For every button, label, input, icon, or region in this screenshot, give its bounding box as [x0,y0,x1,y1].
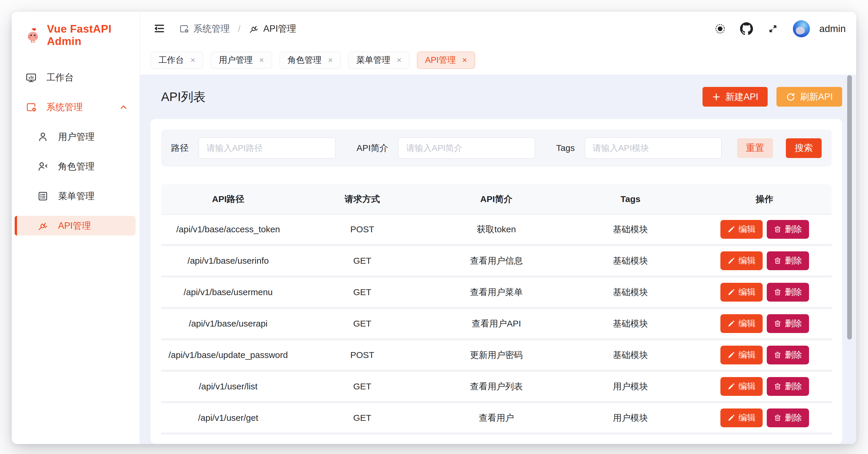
theme-toggle-sun-icon[interactable] [714,22,726,35]
logo: Vue FastAPI Admin [12,12,140,48]
edit-button[interactable]: 编辑 [720,408,763,427]
pencil-icon [727,226,735,233]
cell-method: POST [295,350,429,360]
app-window: Vue FastAPI Admin 工作台 [12,12,856,444]
cell-method: POST [295,224,429,234]
cell-path: /api/v1/user/get [161,413,295,423]
edit-button[interactable]: 编辑 [720,251,763,270]
edit-button[interactable]: 编辑 [720,220,763,239]
sidebar-item-workbench[interactable]: 工作台 [15,67,135,87]
user-icon [37,131,49,143]
cell-method: GET [295,413,429,423]
user-role-icon [37,161,49,172]
create-api-button[interactable]: 新建API [703,87,768,107]
breadcrumb: 系统管理 / API管理 [179,23,296,35]
trash-icon [774,320,781,328]
sidebar-item-label: 角色管理 [58,160,94,173]
tab-label: 用户管理 [219,54,253,66]
content-scrollbar[interactable] [847,75,852,339]
refresh-icon [786,92,795,102]
cell-summary: 查看用户信息 [429,255,563,267]
edit-button[interactable]: 编辑 [720,377,763,396]
refresh-api-button[interactable]: 刷新API [776,87,842,107]
sidebar-item-menus[interactable]: 菜单管理 [15,186,135,206]
cell-path: /api/v1/base/update_password [161,350,295,360]
col-tags: Tags [563,194,698,204]
close-icon[interactable]: × [462,56,467,65]
close-icon[interactable]: × [328,56,333,65]
table-header: API路径 请求方式 API简介 Tags 操作 [161,184,832,215]
table-row-partial [161,435,832,442]
edit-button[interactable]: 编辑 [720,314,763,333]
cell-summary: 更新用户密码 [429,349,563,361]
col-summary: API简介 [429,193,563,205]
cell-path: /api/v1/user/list [161,381,295,392]
user-avatar[interactable] [793,20,810,37]
trash-icon [774,351,781,359]
sidebar: Vue FastAPI Admin 工作台 [12,12,140,444]
edit-button[interactable]: 编辑 [720,346,763,364]
delete-button[interactable]: 删除 [767,314,809,333]
tab-api[interactable]: API管理 × [417,52,475,69]
breadcrumb-separator: / [238,24,240,34]
delete-button[interactable]: 删除 [767,283,809,302]
table-row: /api/v1/base/userapi GET 查看用户API 基础模块 编辑… [161,309,832,340]
table-row: /api/v1/user/get GET 查看用户 用户模块 编辑 删除 [161,403,832,435]
delete-button[interactable]: 删除 [767,377,809,396]
sidebar-item-api[interactable]: API管理 [15,216,135,235]
pencil-icon [727,414,735,422]
tab-menus[interactable]: 菜单管理 × [348,52,409,69]
trash-icon [774,226,781,233]
delete-button[interactable]: 删除 [767,346,809,364]
cell-path: /api/v1/base/access_token [161,224,295,234]
cell-method: GET [295,287,429,297]
path-filter-input[interactable] [199,137,335,159]
breadcrumb-current[interactable]: API管理 [249,23,296,35]
collapse-sidebar-icon[interactable] [153,22,166,35]
trash-icon [774,382,781,390]
delete-button[interactable]: 删除 [767,251,809,270]
reset-button[interactable]: 重置 [737,138,773,158]
tab-users[interactable]: 用户管理 × [211,52,272,69]
table-row: /api/v1/base/userinfo GET 查看用户信息 基础模块 编辑… [161,246,832,278]
sidebar-item-roles[interactable]: 角色管理 [15,157,135,176]
window-settings-icon [179,24,189,34]
page-title: API列表 [161,89,206,105]
pencil-icon [727,257,735,264]
col-path: API路径 [161,193,295,205]
tags-filter-input[interactable] [585,137,721,159]
close-icon[interactable]: × [397,56,401,65]
sidebar-item-users[interactable]: 用户管理 [15,127,135,146]
cell-summary: 查看用户菜单 [429,286,563,299]
path-filter-label: 路径 [171,142,189,154]
username[interactable]: admin [819,23,846,34]
sidebar-item-label: 菜单管理 [58,190,94,202]
fullscreen-icon[interactable] [767,22,779,35]
window-settings-icon [25,101,37,113]
close-icon[interactable]: × [190,56,195,65]
sidebar-item-label: 工作台 [46,72,74,84]
pencil-icon [727,288,735,296]
sidebar-item-system[interactable]: 系统管理 [15,97,135,117]
summary-filter-input[interactable] [398,137,535,159]
cell-summary: 查看用户API [429,318,563,330]
delete-button[interactable]: 删除 [767,220,809,239]
close-icon[interactable]: × [259,56,264,65]
tab-label: 工作台 [158,54,184,66]
cell-tags: 用户模块 [563,412,698,424]
tab-workbench[interactable]: 工作台 × [151,52,203,69]
search-button[interactable]: 搜索 [786,138,822,158]
delete-button[interactable]: 删除 [767,408,809,427]
cell-method: GET [295,256,429,266]
plus-icon [712,92,721,101]
sidebar-menu: 工作台 系统管理 [12,67,140,246]
tab-label: 角色管理 [287,54,321,66]
cell-tags: 基础模块 [563,255,698,267]
tab-roles[interactable]: 角色管理 × [280,52,341,69]
github-icon[interactable] [740,22,753,35]
pencil-icon [727,382,735,390]
edit-button[interactable]: 编辑 [720,283,763,302]
trash-icon [774,288,781,296]
breadcrumb-parent[interactable]: 系统管理 [179,23,230,35]
content-area: API列表 新建API [140,75,856,444]
